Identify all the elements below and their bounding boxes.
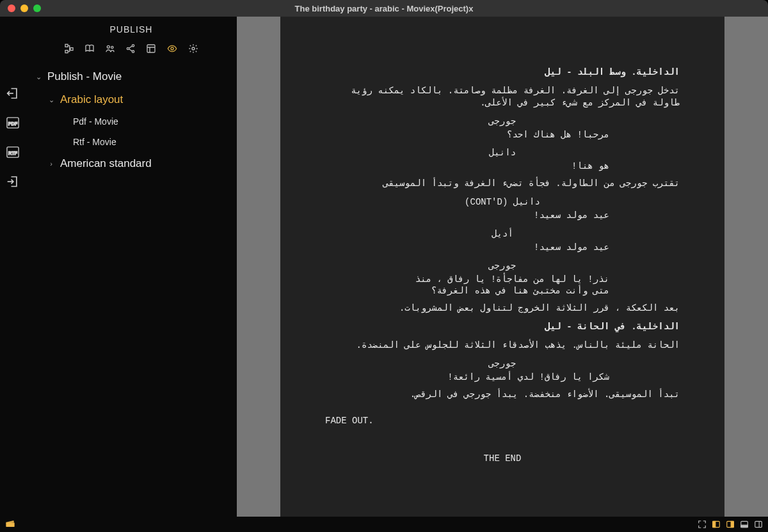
svg-rect-19 (731, 521, 733, 527)
tree-item-arabic-layout[interactable]: ⌄ Arabic layout (32, 88, 230, 111)
character-name: جورجى (325, 260, 680, 272)
character-name: دانيل (CONT'D) (325, 196, 680, 208)
action-text: تقترب جورجى من الطاولة. فجأة تضيء الغرفة… (325, 178, 680, 190)
svg-rect-4 (65, 44, 68, 47)
character-name: أديل (325, 228, 680, 240)
scene-heading: الداخلية. في الحانة - ليل (325, 321, 680, 333)
tree-label: Publish - Movie (47, 70, 122, 83)
transition-text: FADE OUT. (325, 415, 680, 427)
action-text: تبدأ الموسيقى. الأضواء منخفضة. يبدأ جورج… (325, 389, 680, 401)
svg-rect-21 (741, 525, 748, 528)
minimize-window-button[interactable] (20, 4, 28, 12)
tree-label: Rtf - Movie (73, 137, 116, 147)
tree-item-rtf-movie[interactable]: Rtf - Movie (32, 132, 230, 152)
fullscreen-icon[interactable] (698, 520, 707, 529)
character-name: جورجى (325, 358, 680, 370)
svg-rect-17 (713, 521, 716, 527)
publish-tree: ⌄ Publish - Movie ⌄ Arabic layout Pdf - … (26, 63, 237, 175)
svg-point-8 (111, 46, 113, 48)
maximize-window-button[interactable] (33, 4, 41, 12)
svg-point-14 (192, 47, 195, 50)
editor-area: الداخلية. وسط البلد - ليل تدخل جورجى إلى… (237, 17, 768, 517)
svg-rect-22 (755, 521, 762, 527)
tree-root-publish-movie[interactable]: ⌄ Publish - Movie (32, 65, 230, 88)
left-icon-rail: PDF RTF (0, 17, 26, 517)
dialogue-text: عيد مولد سعيد! (396, 242, 609, 254)
sidebar-toolbar (26, 41, 237, 63)
export-icon[interactable] (6, 87, 19, 100)
panel-left-icon[interactable] (712, 520, 721, 529)
svg-point-9 (132, 45, 134, 47)
clapper-icon[interactable] (5, 519, 15, 530)
tree-label: American standard (60, 157, 152, 170)
script-page[interactable]: الداخلية. وسط البلد - ليل تدخل جورجى إلى… (280, 17, 724, 517)
svg-text:RTF: RTF (8, 150, 18, 156)
close-window-button[interactable] (8, 4, 15, 12)
layout-icon[interactable] (146, 43, 156, 54)
share-icon[interactable] (125, 43, 136, 54)
end-marker: THE END (325, 453, 680, 465)
character-name: دانيل (325, 147, 680, 159)
tree-item-pdf-movie[interactable]: Pdf - Movie (32, 111, 230, 132)
eye-icon[interactable] (166, 43, 178, 54)
scene-heading: الداخلية. وسط البلد - ليل (325, 66, 680, 79)
svg-rect-12 (147, 45, 155, 52)
svg-rect-15 (6, 522, 14, 527)
action-text: بعد الكعكة ، قرر الثلاثة الخروج لتناول ب… (325, 302, 680, 315)
tree-label: Pdf - Movie (73, 116, 118, 127)
import-icon[interactable] (6, 175, 19, 188)
tree-label: Arabic layout (60, 93, 123, 106)
rtf-icon[interactable]: RTF (6, 146, 20, 159)
chevron-down-icon: ⌄ (35, 73, 42, 81)
main-area: PDF RTF PUBLISH (0, 17, 768, 517)
tree-icon[interactable] (64, 43, 74, 54)
book-icon[interactable] (84, 43, 95, 54)
dialogue-text: شكرا يا رفاق! لدي أمسية رائعة! (396, 372, 609, 384)
dialogue-text: هو هنا! (396, 160, 609, 173)
svg-point-11 (132, 51, 134, 52)
chevron-right-icon: › (47, 160, 55, 168)
status-bar (0, 517, 768, 532)
svg-rect-5 (70, 48, 73, 51)
svg-point-10 (127, 47, 129, 49)
window-titlebar: The birthday party - arabic - Moviex(Pro… (0, 0, 768, 17)
svg-text:PDF: PDF (8, 121, 18, 127)
sidebar-title: PUBLISH (26, 20, 237, 41)
users-icon[interactable] (105, 43, 115, 54)
action-text: تدخل جورجى إلى الغرفة. الغرفة مظلمة وصام… (325, 85, 680, 109)
panel-right-icon[interactable] (726, 520, 735, 529)
publish-sidebar: PUBLISH (26, 17, 237, 517)
dialogue-text: نذر! يا لها من مفاجأة! يا رفاق ، منذ متى… (396, 274, 609, 298)
svg-point-7 (107, 45, 109, 48)
character-name: جورجى (325, 116, 680, 128)
gear-icon[interactable] (188, 43, 198, 54)
panel-right2-icon[interactable] (754, 520, 763, 529)
window-controls (0, 4, 41, 12)
svg-rect-6 (65, 51, 68, 53)
dialogue-text: مرحبا! هل هناك احد؟ (396, 129, 609, 141)
pdf-icon[interactable]: PDF (6, 116, 20, 129)
svg-point-13 (171, 47, 173, 50)
dialogue-text: عيد مولد سعيد! (396, 210, 609, 222)
tree-item-american-standard[interactable]: › American standard (32, 152, 230, 175)
panel-bottom-icon[interactable] (740, 520, 749, 529)
action-text: الحانة مليئة بالناس. يذهب الأصدقاء الثلا… (325, 340, 680, 352)
window-title: The birthday party - arabic - Moviex(Pro… (0, 4, 768, 13)
chevron-down-icon: ⌄ (47, 96, 55, 104)
